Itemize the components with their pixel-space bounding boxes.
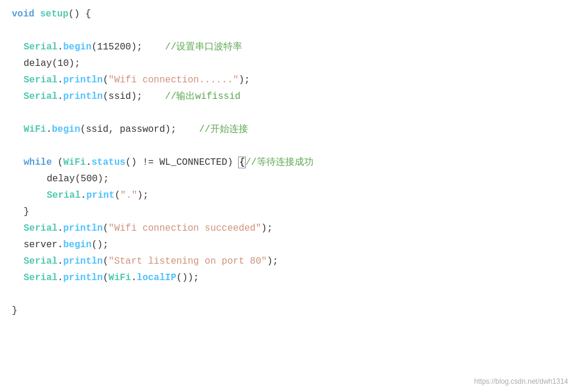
serial-println-5: println bbox=[63, 273, 103, 283]
code-line-8: WiFi.begin(ssid, password); //开始连接 bbox=[12, 121, 562, 138]
code-line-7 bbox=[12, 105, 562, 121]
comment-3: //开始连接 bbox=[199, 124, 248, 135]
serial-print: print bbox=[86, 190, 114, 201]
string-3: "Wifi connection succeeded" bbox=[108, 223, 261, 234]
code-line-6: Serial.println(ssid); //输出wifissid bbox=[12, 88, 562, 105]
comment-4: //等待连接成功 bbox=[245, 157, 313, 168]
code-line-15: server.begin(); bbox=[12, 237, 562, 253]
code-line-16: Serial.println("Start listening on port … bbox=[12, 253, 562, 270]
serial-obj-7: Serial bbox=[24, 273, 58, 283]
code-line-1: void setup() { bbox=[12, 6, 562, 22]
string-4: "Start listening on port 80" bbox=[108, 256, 267, 267]
code-line-10: while (WiFi.status() != WL_CONNECTED) {/… bbox=[12, 154, 562, 171]
comment-2: //输出wifissid bbox=[165, 91, 240, 102]
string-2: "." bbox=[120, 190, 137, 201]
keyword-void: void bbox=[12, 9, 34, 19]
serial-println-2: println bbox=[63, 91, 103, 102]
code-line-2 bbox=[12, 22, 562, 39]
wifi-obj-1: WiFi bbox=[24, 124, 46, 135]
string-1: "Wifi connection......" bbox=[108, 75, 239, 85]
serial-obj-4: Serial bbox=[47, 190, 81, 201]
code-line-18 bbox=[12, 286, 562, 303]
serial-println-1: println bbox=[63, 75, 103, 85]
code-line-19: } bbox=[12, 303, 562, 319]
wifi-begin: begin bbox=[52, 124, 80, 135]
wifi-localip: localIP bbox=[137, 273, 176, 283]
server-begin: begin bbox=[63, 240, 91, 250]
serial-obj-5: Serial bbox=[24, 223, 58, 234]
code-line-4: delay(10); bbox=[12, 55, 562, 72]
code-line-11: delay(500); bbox=[12, 171, 562, 187]
code-line-12: Serial.print("."); bbox=[12, 187, 562, 204]
comment-1: //设置串口波特率 bbox=[165, 42, 242, 52]
keyword-while: while bbox=[24, 157, 52, 168]
code-line-17: Serial.println(WiFi.localIP()); bbox=[12, 270, 562, 286]
code-line-3: Serial.begin(115200); //设置串口波特率 bbox=[12, 39, 562, 55]
wifi-status: status bbox=[91, 157, 126, 168]
highlight-bracket: { bbox=[239, 157, 246, 168]
serial-println-4: println bbox=[63, 256, 103, 267]
serial-obj-1: Serial bbox=[24, 42, 58, 52]
func-setup: setup bbox=[40, 9, 68, 19]
code-line-13: } bbox=[12, 204, 562, 220]
serial-println-3: println bbox=[63, 223, 103, 234]
wifi-obj-2: WiFi bbox=[63, 157, 85, 168]
serial-obj-6: Serial bbox=[24, 256, 58, 267]
serial-obj-3: Serial bbox=[24, 91, 58, 102]
code-block: void setup() { Serial.begin(115200); //设… bbox=[0, 0, 574, 392]
code-line-9 bbox=[12, 138, 562, 154]
wifi-obj-3: WiFi bbox=[108, 273, 131, 283]
code-line-5: Serial.println("Wifi connection......"); bbox=[12, 72, 562, 88]
serial-obj-2: Serial bbox=[24, 75, 58, 85]
serial-begin: begin bbox=[63, 42, 91, 52]
watermark: https://blog.csdn.net/dwh1314 bbox=[474, 376, 568, 387]
code-line-14: Serial.println("Wifi connection succeede… bbox=[12, 220, 562, 237]
